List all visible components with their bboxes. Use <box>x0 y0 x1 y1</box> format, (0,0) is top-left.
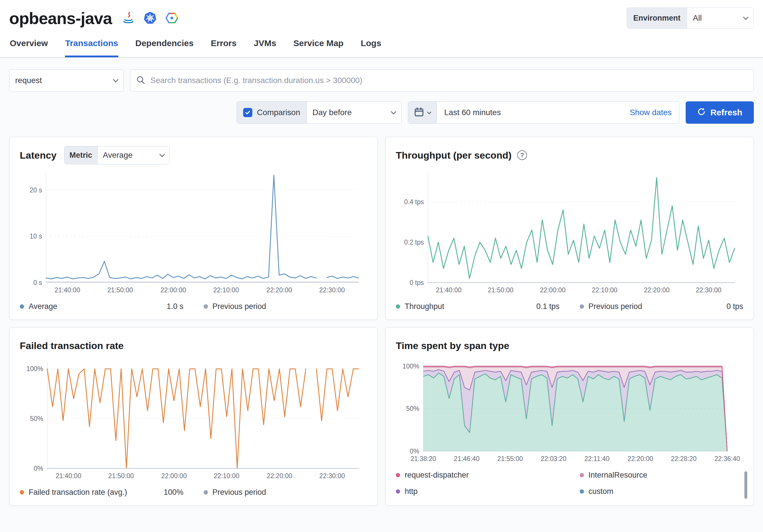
comparison-group: Comparison Day before <box>237 101 401 124</box>
legend-dot <box>20 490 24 494</box>
throughput-chart[interactable]: 0 tps0.2 tps0.4 tps21:40:0021:50:0022:00… <box>396 167 743 295</box>
throughput-legend: Throughput 0.1 tps Previous period 0 tps <box>396 302 743 311</box>
tab-logs[interactable]: Logs <box>361 38 381 57</box>
legend-label: Failed transaction rate (avg.) <box>29 488 127 497</box>
legend-item[interactable]: InternalResource <box>580 471 743 479</box>
legend-dot <box>580 473 584 477</box>
time-range-value[interactable]: Last 60 minutes <box>444 108 501 117</box>
svg-text:22:30:00: 22:30:00 <box>696 286 721 294</box>
failed-rate-legend: Failed transaction rate (avg.) 100% Prev… <box>20 488 367 497</box>
svg-text:0.4 tps: 0.4 tps <box>404 198 424 206</box>
search-input[interactable] <box>150 75 748 85</box>
svg-text:22:11:40: 22:11:40 <box>584 455 609 463</box>
calendar-icon <box>414 107 424 118</box>
svg-text:50%: 50% <box>406 405 419 412</box>
legend-label: Average <box>29 302 57 311</box>
tab-service-map[interactable]: Service Map <box>293 38 343 57</box>
help-icon[interactable]: ? <box>517 150 527 160</box>
environment-label: Environment <box>627 8 687 28</box>
legend-value: 100% <box>164 488 183 497</box>
legend-dot <box>204 490 208 494</box>
refresh-label: Refresh <box>710 108 742 117</box>
latency-chart[interactable]: 0 s10 s20 s21:40:0021:50:0022:00:0022:10… <box>20 167 367 295</box>
legend-item[interactable]: Previous period <box>204 488 368 497</box>
latency-legend: Average 1.0 s Previous period <box>20 302 367 311</box>
svg-text:22:03:20: 22:03:20 <box>541 455 567 463</box>
service-header: opbeans-java <box>0 0 763 58</box>
calendar-menu-button[interactable] <box>408 102 437 123</box>
tab-errors[interactable]: Errors <box>211 38 237 57</box>
svg-text:21:40:00: 21:40:00 <box>436 286 462 294</box>
search-icon <box>136 75 145 86</box>
transaction-type-value: request <box>15 76 42 85</box>
svg-text:21:50:00: 21:50:00 <box>107 286 133 294</box>
transaction-search[interactable] <box>130 69 754 92</box>
svg-text:22:20:00: 22:20:00 <box>267 286 292 294</box>
svg-text:22:30:00: 22:30:00 <box>319 286 345 294</box>
legend-item[interactable]: http <box>396 487 560 496</box>
refresh-button[interactable]: Refresh <box>686 101 754 124</box>
legend-item[interactable]: Average 1.0 s <box>20 302 183 311</box>
legend-item[interactable]: custom <box>580 487 743 496</box>
svg-text:21:38:20: 21:38:20 <box>410 455 436 463</box>
svg-text:22:20:00: 22:20:00 <box>644 286 670 294</box>
svg-text:22:00:00: 22:00:00 <box>161 286 186 294</box>
latency-metric-select[interactable]: Metric Average <box>64 146 170 164</box>
comparison-checkbox-group[interactable]: Comparison <box>237 102 307 123</box>
svg-text:22:36:40: 22:36:40 <box>714 455 740 463</box>
svg-text:22:30:00: 22:30:00 <box>319 472 345 479</box>
legend-label: Throughput <box>405 302 444 311</box>
legend-item[interactable]: Previous period <box>204 302 368 311</box>
environment-select[interactable]: Environment All <box>627 7 754 29</box>
tab-dependencies[interactable]: Dependencies <box>136 38 194 57</box>
legend-scrollbar[interactable] <box>744 471 747 499</box>
legend-label: http <box>405 487 418 496</box>
kubernetes-icon <box>144 11 157 25</box>
legend-dot <box>396 489 400 494</box>
legend-item[interactable]: Previous period 0 tps <box>580 302 743 311</box>
span-type-chart[interactable]: 0%50%100%21:38:2021:46:4021:55:0022:03:2… <box>396 357 743 463</box>
legend-dot <box>396 473 400 477</box>
legend-item[interactable]: Failed transaction rate (avg.) 100% <box>20 488 183 497</box>
chevron-down-icon <box>743 14 749 20</box>
svg-text:0%: 0% <box>410 448 419 455</box>
svg-text:0 s: 0 s <box>33 279 42 286</box>
tab-overview[interactable]: Overview <box>10 38 48 57</box>
svg-text:100%: 100% <box>26 365 43 372</box>
svg-text:50%: 50% <box>30 415 43 422</box>
metric-label: Metric <box>64 146 98 164</box>
legend-label: Previous period <box>213 302 267 311</box>
tab-transactions[interactable]: Transactions <box>65 38 118 57</box>
legend-item[interactable]: request-dispatcher <box>396 471 560 479</box>
svg-text:22:28:20: 22:28:20 <box>671 455 697 463</box>
svg-text:21:46:40: 21:46:40 <box>454 455 480 463</box>
date-picker-group: Last 60 minutes Show dates <box>408 101 679 124</box>
legend-dot <box>580 489 584 494</box>
refresh-icon <box>697 107 706 118</box>
svg-text:100%: 100% <box>402 363 419 370</box>
svg-text:22:20:00: 22:20:00 <box>267 472 292 479</box>
show-dates-link[interactable]: Show dates <box>630 108 672 117</box>
java-icon <box>122 11 135 25</box>
comparison-label: Comparison <box>257 108 300 117</box>
chevron-down-icon <box>391 109 396 115</box>
legend-dot <box>580 304 584 309</box>
svg-text:22:10:00: 22:10:00 <box>213 286 239 294</box>
legend-dot <box>20 304 24 309</box>
svg-text:10 s: 10 s <box>30 233 42 240</box>
latency-panel: Latency Metric Average 0 s10 s20 s21:40:… <box>9 137 378 320</box>
transaction-type-select[interactable]: request <box>9 69 124 92</box>
comparison-option-select[interactable]: Day before <box>307 102 401 123</box>
failed-rate-chart[interactable]: 0%50%100%21:40:0021:50:0022:00:0022:10:0… <box>20 357 367 480</box>
legend-dot <box>204 304 208 309</box>
svg-text:0.2 tps: 0.2 tps <box>404 239 424 246</box>
chevron-down-icon <box>113 77 119 82</box>
legend-value: 0 tps <box>726 302 743 311</box>
legend-item[interactable]: Throughput 0.1 tps <box>396 302 560 311</box>
environment-value: All <box>693 13 702 23</box>
throughput-panel: Throughput (per second) ? 0 tps0.2 tps0.… <box>385 137 754 320</box>
legend-label: InternalResource <box>589 471 648 479</box>
svg-text:22:00:00: 22:00:00 <box>540 286 566 294</box>
tab-jvms[interactable]: JVMs <box>254 38 276 57</box>
comparison-checkbox[interactable] <box>243 108 252 117</box>
